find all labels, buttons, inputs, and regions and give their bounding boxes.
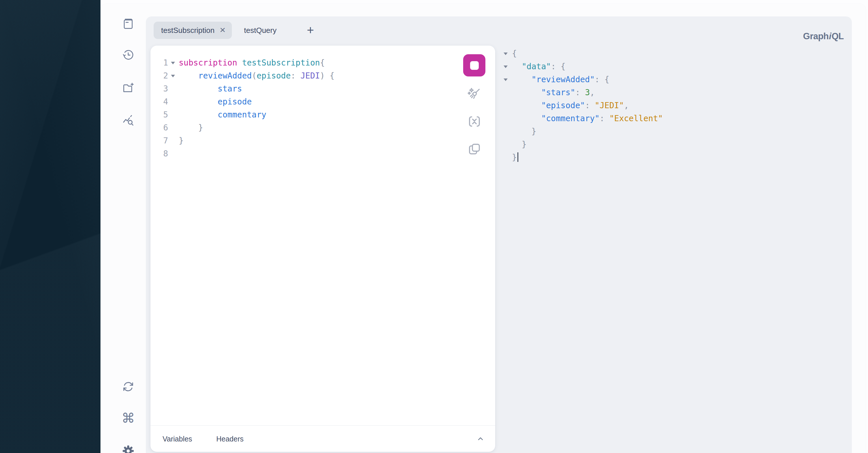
fold-spacer (168, 147, 179, 160)
expand-tools-button[interactable] (476, 434, 485, 443)
fold-spacer (502, 125, 512, 138)
line-number: 1 (150, 56, 168, 69)
code-line: 2 reviewAdded(episode: JEDI) { (150, 69, 461, 82)
fold-spacer (502, 86, 512, 99)
code-text: "episode": "JEDI", (512, 99, 629, 112)
response-line: } (502, 151, 843, 164)
code-text: episode (179, 95, 252, 108)
code-text: commentary (179, 108, 266, 121)
line-number: 5 (150, 108, 168, 121)
history-button[interactable] (121, 48, 135, 62)
code-text: "reviewAdded": { (512, 73, 609, 86)
close-tab-icon[interactable]: × (219, 25, 226, 35)
tab-variables[interactable]: Variables (162, 426, 192, 452)
line-number: 2 (150, 69, 168, 82)
code-line: 6 } (150, 121, 461, 134)
code-line: 1subscription testSubscription{ (150, 56, 461, 69)
code-text: reviewAdded(episode: JEDI) { (179, 69, 334, 82)
tab-testquery[interactable]: testQuery (235, 22, 285, 39)
fold-arrow-icon[interactable] (502, 47, 512, 60)
reload-icon (122, 380, 134, 394)
code-text: } (512, 125, 536, 138)
tab-label: testQuery (244, 26, 277, 35)
line-number: 3 (150, 82, 168, 95)
code-line: 4 episode (150, 95, 461, 108)
fold-spacer (168, 134, 179, 147)
query-editor-card: 1subscription testSubscription{2 reviewA… (150, 45, 495, 452)
fold-spacer (502, 112, 512, 125)
code-text: stars (179, 82, 242, 95)
copy-query-button[interactable] (466, 141, 483, 158)
tab-label: testSubscription (161, 26, 215, 35)
prettify-button[interactable] (466, 86, 483, 102)
fold-spacer (168, 82, 179, 95)
tab-testsubscription[interactable]: testSubscription × (154, 22, 232, 39)
code-text: "commentary": "Excellent" (512, 112, 663, 125)
code-text: } (179, 121, 203, 134)
folder-plus-icon (122, 82, 134, 96)
merge-icon (467, 114, 482, 130)
code-line: 3 stars (150, 82, 461, 95)
code-text: { (512, 47, 517, 60)
chevron-up-icon (476, 440, 485, 444)
response-line: "episode": "JEDI", (502, 99, 843, 112)
response-line: "stars": 3, (502, 86, 843, 99)
tab-headers[interactable]: Headers (216, 426, 244, 452)
code-text: "stars": 3, (512, 86, 595, 99)
app-sidebar (0, 0, 100, 453)
line-number: 4 (150, 95, 168, 108)
code-text: "data": { (512, 60, 565, 73)
copy-icon (467, 142, 482, 158)
fold-spacer (168, 95, 179, 108)
stop-subscription-button[interactable] (463, 54, 486, 76)
history-icon (122, 49, 134, 62)
fold-arrow-icon[interactable] (168, 69, 179, 82)
prettify-icon (467, 87, 482, 102)
add-tab-button[interactable]: + (304, 22, 317, 39)
fold-arrow-icon[interactable] (502, 73, 512, 86)
code-text: } (179, 134, 184, 147)
graphiql-logo[interactable]: GraphiQL (803, 31, 844, 41)
fold-spacer (168, 121, 179, 134)
code-line: 7} (150, 134, 461, 147)
search-trace-icon (122, 114, 134, 128)
response-line: "reviewAdded": { (502, 73, 843, 86)
fold-spacer (502, 151, 512, 164)
fold-arrow-icon[interactable] (502, 60, 512, 73)
code-line: 5 commentary (150, 108, 461, 121)
code-line: 8 (150, 147, 461, 160)
response-pane: { "data": { "reviewAdded": { "stars": 3,… (502, 47, 843, 164)
response-line: "commentary": "Excellent" (502, 112, 843, 125)
docs-icon (122, 18, 134, 31)
sessions-panel: testSubscription × testQuery + GraphiQL … (146, 17, 852, 453)
response-line: } (502, 138, 843, 151)
keyboard-shortcuts-button[interactable]: ⌘ (121, 411, 135, 425)
response-line: } (502, 125, 843, 138)
query-editor[interactable]: 1subscription testSubscription{2 reviewA… (150, 56, 461, 160)
fold-arrow-icon[interactable] (168, 56, 179, 69)
code-text: subscription testSubscription{ (179, 56, 325, 69)
docs-button[interactable] (121, 17, 135, 31)
line-number: 7 (150, 134, 168, 147)
settings-button[interactable] (121, 444, 135, 453)
stop-icon (470, 61, 479, 70)
response-line: "data": { (502, 60, 843, 73)
gear-icon (122, 445, 134, 453)
search-operations-button[interactable] (121, 114, 135, 128)
command-icon: ⌘ (122, 412, 135, 425)
line-number: 8 (150, 147, 168, 160)
code-text: } (512, 151, 518, 164)
fold-spacer (168, 108, 179, 121)
text-cursor (518, 152, 518, 162)
fold-spacer (502, 138, 512, 151)
tab-bar: testSubscription × testQuery + GraphiQL (146, 22, 852, 39)
merge-fragments-button[interactable] (466, 114, 483, 130)
line-number: 6 (150, 121, 168, 134)
open-file-button[interactable] (121, 82, 135, 96)
graphiql-container: ⌘ testSubscriptio (100, 3, 866, 453)
editor-tools-footer: Variables Headers (150, 425, 495, 452)
code-text: } (512, 138, 527, 151)
response-line: { (502, 47, 843, 60)
fold-spacer (502, 99, 512, 112)
refetch-schema-button[interactable] (121, 380, 135, 394)
